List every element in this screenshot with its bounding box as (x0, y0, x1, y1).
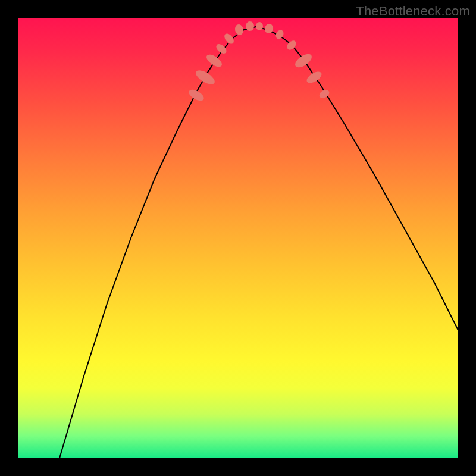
bead-marker (193, 68, 217, 87)
bottleneck-curve-path (60, 27, 458, 458)
bead-marker (214, 42, 228, 55)
bead-marker (234, 23, 245, 36)
bead-marker (293, 51, 314, 70)
watermark-text: TheBottleneck.com (356, 4, 470, 19)
bottleneck-chart (18, 18, 458, 458)
bead-marker (246, 21, 254, 31)
bead-marker (187, 87, 205, 103)
bead-marker (223, 32, 236, 45)
bead-marker (305, 70, 323, 86)
bead-group (187, 21, 330, 103)
bead-marker (256, 22, 263, 30)
bead-marker (205, 52, 224, 70)
